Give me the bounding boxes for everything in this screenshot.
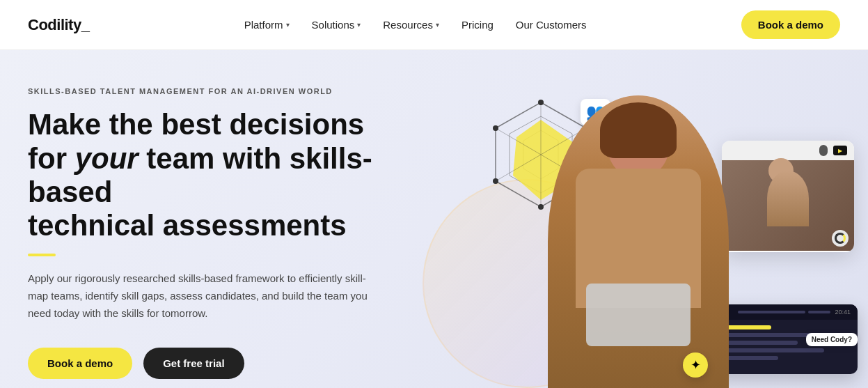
hero-divider: [28, 254, 56, 256]
hero-section: SKILLS-BASED TALENT MANAGEMENT FOR AN AI…: [0, 50, 868, 388]
navbar: Codility_ Platform ▾ Solutions ▾ Resourc…: [0, 0, 868, 50]
nav-item-customers[interactable]: Our Customers: [507, 13, 595, 36]
hero-visuals: 👥: [409, 50, 868, 388]
chevron-down-icon: ▾: [286, 21, 290, 29]
nav-item-pricing[interactable]: Pricing: [453, 13, 502, 36]
person-silhouette: [767, 171, 809, 226]
microphone-icon: [819, 145, 828, 156]
nav-link-pricing[interactable]: Pricing: [453, 13, 502, 36]
camera-icon: ▶: [833, 146, 847, 155]
nav-link-resources[interactable]: Resources ▾: [374, 13, 448, 36]
nav-item-platform[interactable]: Platform ▾: [236, 13, 298, 36]
woman-image: [530, 82, 746, 388]
chevron-down-icon: ▾: [436, 21, 439, 29]
hero-title: Make the best decisions for your team wi…: [28, 108, 418, 242]
nav-links: Platform ▾ Solutions ▾ Resources ▾ Prici…: [236, 13, 595, 36]
nav-link-solutions[interactable]: Solutions ▾: [303, 13, 370, 36]
cody-bubble: Need Cody?: [806, 333, 858, 346]
hero-buttons: Book a demo Get free trial: [28, 348, 418, 379]
video-time: 20:41: [835, 309, 851, 316]
get-free-trial-button[interactable]: Get free trial: [143, 348, 244, 379]
chevron-down-icon: ▾: [357, 21, 361, 29]
hero-eyebrow: SKILLS-BASED TALENT MANAGEMENT FOR AN AI…: [28, 87, 418, 95]
nav-item-resources[interactable]: Resources ▾: [374, 13, 448, 36]
nav-link-platform[interactable]: Platform ▾: [236, 13, 298, 36]
book-demo-hero-button[interactable]: Book a demo: [28, 348, 132, 379]
hero-content: SKILLS-BASED TALENT MANAGEMENT FOR AN AI…: [28, 87, 418, 378]
book-demo-nav-button[interactable]: Book a demo: [741, 10, 840, 39]
nav-item-solutions[interactable]: Solutions ▾: [303, 13, 370, 36]
brand-logo[interactable]: Codility_: [28, 16, 89, 34]
nav-link-customers[interactable]: Our Customers: [507, 13, 595, 36]
hero-description: Apply our rigorously researched skills-b…: [28, 270, 376, 322]
star-icon: ✦: [691, 357, 701, 373]
ai-assistant-button[interactable]: ✦: [683, 352, 708, 378]
